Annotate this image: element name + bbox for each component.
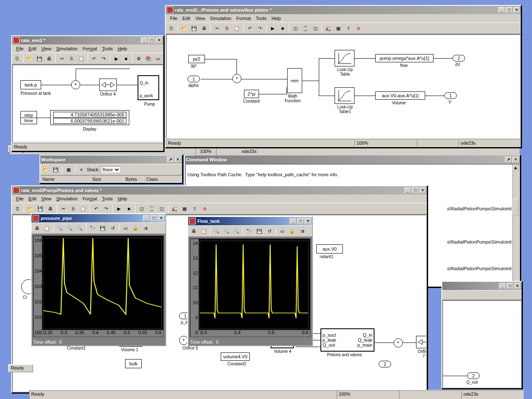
- stop-icon[interactable]: ■: [124, 204, 133, 213]
- b3-icon[interactable]: ◫: [311, 24, 320, 33]
- col-name[interactable]: Name: [40, 175, 90, 183]
- up-icon[interactable]: ⇧: [344, 24, 353, 33]
- open-icon[interactable]: 📂: [41, 165, 50, 174]
- print-icon[interactable]: 🖶: [189, 227, 198, 236]
- inport-alpha[interactable]: 1: [187, 76, 200, 82]
- b1-icon[interactable]: ◫: [291, 24, 300, 33]
- b2-icon[interactable]: ⌛: [301, 24, 310, 33]
- menu-view[interactable]: View: [39, 195, 54, 202]
- cut-icon[interactable]: ✂: [57, 54, 66, 63]
- min-button[interactable]: _: [143, 215, 150, 221]
- print-icon[interactable]: 🖶: [32, 224, 42, 233]
- float-icon[interactable]: ▭: [278, 227, 287, 236]
- lock-icon[interactable]: 🔒: [131, 224, 140, 233]
- menu-file[interactable]: File: [14, 45, 26, 52]
- model-icon[interactable]: ▦: [180, 204, 189, 213]
- menu-simulation[interactable]: Simulation: [54, 45, 80, 52]
- menu-tools[interactable]: Tools: [100, 195, 116, 202]
- menu-edit[interactable]: Edit: [26, 45, 39, 52]
- sig-icon[interactable]: ⇉: [298, 227, 307, 236]
- open-icon[interactable]: 📂: [25, 54, 34, 63]
- undo-icon[interactable]: ↶: [90, 54, 99, 63]
- stack-select[interactable]: Base: [101, 166, 121, 173]
- autoscale-icon[interactable]: 🔭: [88, 224, 97, 233]
- menu-tools[interactable]: Tools: [100, 45, 116, 52]
- menu-format[interactable]: Format: [234, 15, 254, 22]
- win2-canvas[interactable]: pi/2 90° 1 alpha 2*pi Constant rem Math …: [166, 34, 521, 139]
- max-button[interactable]: □: [412, 187, 419, 193]
- col-class[interactable]: Class: [144, 175, 182, 183]
- win1-canvas[interactable]: tank.p Pressure at tank Orifice 4 Q_in p…: [12, 64, 163, 143]
- b1-icon[interactable]: ◫: [137, 204, 146, 213]
- float-icon[interactable]: ▭: [121, 224, 130, 233]
- redo-icon[interactable]: ↷: [99, 54, 108, 63]
- b2-icon[interactable]: ⌛: [147, 204, 156, 213]
- lut-block[interactable]: [335, 50, 355, 66]
- new-icon[interactable]: 🗋: [13, 54, 22, 63]
- save-icon[interactable]: 💾: [190, 24, 199, 33]
- debug-icon[interactable]: ⊘: [354, 24, 363, 33]
- lut1-block[interactable]: [335, 87, 355, 104]
- lib-icon[interactable]: 🚛: [170, 204, 179, 213]
- save-icon[interactable]: 💾: [51, 165, 60, 174]
- winr-titlebar[interactable]: _□×: [442, 282, 522, 290]
- outport-dv[interactable]: 2: [453, 55, 465, 62]
- close-button[interactable]: ×: [305, 218, 311, 224]
- zoomx-icon[interactable]: 🔍: [222, 227, 231, 236]
- stop-icon[interactable]: ■: [278, 24, 287, 33]
- menu-simulation[interactable]: Simulation: [207, 15, 234, 22]
- autoscale-icon[interactable]: 🔭: [245, 227, 254, 236]
- tankp-block[interactable]: tank.p: [20, 80, 41, 89]
- col-size[interactable]: Size: [90, 175, 123, 183]
- params-icon[interactable]: 📋: [42, 224, 52, 233]
- save-icon[interactable]: 💾: [98, 224, 107, 233]
- menu-help[interactable]: Help: [269, 15, 283, 22]
- save-icon[interactable]: 💾: [255, 227, 264, 236]
- model-icon[interactable]: ▭: [154, 54, 163, 63]
- vol-expr-block[interactable]: aux.V0-aux.A*u[1]: [375, 91, 425, 100]
- lib-icon[interactable]: 🚛: [324, 24, 333, 33]
- min-button[interactable]: _: [499, 283, 506, 289]
- sum-block[interactable]: [232, 74, 241, 83]
- max-button[interactable]: □: [148, 37, 155, 43]
- cmd-titlebar[interactable]: Command Window ↗×: [185, 155, 520, 164]
- close-button[interactable]: ×: [419, 187, 426, 193]
- menu-tools[interactable]: Tools: [254, 15, 269, 22]
- print-icon[interactable]: 🖶: [46, 204, 55, 213]
- close-button[interactable]: ×: [156, 37, 163, 43]
- winr-canvas[interactable]: 2 Q_out: [442, 300, 522, 388]
- build-icon[interactable]: ⚙: [134, 54, 143, 63]
- win2-titlebar[interactable]: rala_evo2/.../Pistons and valves/Aux pis…: [166, 6, 521, 14]
- zoomx-icon[interactable]: 🔍: [65, 224, 74, 233]
- close-button[interactable]: ×: [512, 157, 519, 163]
- sum-block[interactable]: [71, 80, 80, 89]
- paste-icon[interactable]: 📋: [232, 24, 241, 33]
- min-button[interactable]: _: [404, 187, 411, 193]
- play-icon[interactable]: ▶: [114, 204, 123, 213]
- step-time-block[interactable]: step time: [20, 111, 37, 124]
- new-icon[interactable]: 🗋: [167, 24, 176, 33]
- debug-icon[interactable]: ⊘: [200, 204, 209, 213]
- max-button[interactable]: □: [297, 218, 304, 224]
- close-button[interactable]: ×: [158, 215, 165, 221]
- menu-simulation[interactable]: Simulation: [54, 195, 80, 202]
- orifice-block[interactable]: [99, 79, 117, 91]
- lock-icon[interactable]: 🔒: [288, 227, 297, 236]
- win1-titlebar[interactable]: rala_evo2 * _□×: [12, 36, 163, 44]
- menu-edit[interactable]: Edit: [180, 15, 193, 22]
- play-icon[interactable]: ▶: [112, 54, 121, 63]
- undo-icon[interactable]: ↶: [91, 204, 101, 213]
- min-button[interactable]: _: [290, 218, 296, 224]
- v4v0-block[interactable]: volume4.V0: [221, 352, 250, 361]
- scope1-plot[interactable]: 106105104103102101100 0.250.30.350.40.45…: [33, 236, 164, 337]
- cut-icon[interactable]: ✂: [212, 24, 222, 33]
- menu-file[interactable]: File: [167, 15, 180, 22]
- up-icon[interactable]: ⇧: [190, 204, 199, 213]
- min-button[interactable]: _: [141, 37, 148, 43]
- undock-button[interactable]: ↗: [505, 157, 512, 163]
- paste-icon[interactable]: 📋: [79, 204, 88, 213]
- max-button[interactable]: □: [150, 215, 157, 221]
- new-icon[interactable]: 🗋: [13, 204, 22, 213]
- workspace-titlebar[interactable]: Workspace ↗×: [40, 155, 182, 164]
- print-icon[interactable]: 🖶: [45, 54, 54, 63]
